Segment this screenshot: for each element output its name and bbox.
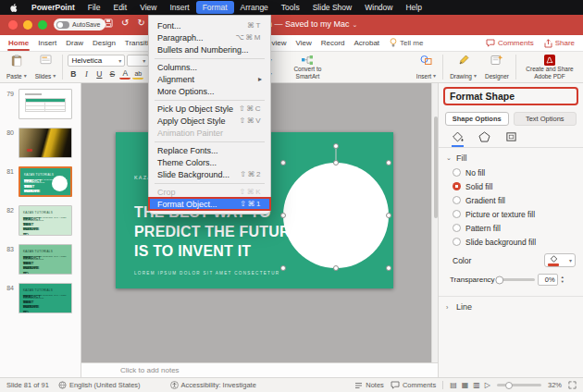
slideshow-view-button[interactable]: ▷	[485, 381, 490, 389]
zoom-percentage[interactable]: 32%	[548, 381, 562, 389]
slide-sorter-view-button[interactable]: ▦	[462, 381, 469, 389]
color-picker-button[interactable]: ▾	[544, 253, 576, 267]
tab-record[interactable]: Record	[316, 35, 350, 51]
effects-icon[interactable]	[478, 131, 490, 147]
menu-item-format-object[interactable]: Format Object...⇧⌘1	[149, 198, 270, 210]
fill-option-gradient-fill[interactable]: Gradient fill	[439, 193, 583, 207]
tell-me-search[interactable]: Tell me	[390, 38, 423, 48]
menubar-item-view[interactable]: View	[133, 1, 163, 14]
menu-item-bullets-numbering[interactable]: Bullets and Numbering...	[149, 43, 270, 55]
comments-button[interactable]: Comments	[486, 39, 534, 47]
menu-item-columns[interactable]: Columns...	[149, 61, 270, 73]
radio-icon[interactable]	[453, 196, 461, 204]
tab-text-options[interactable]: Text Options	[514, 112, 577, 126]
zoom-slider-knob[interactable]	[505, 382, 513, 389]
menubar-item-help[interactable]: Help	[399, 1, 428, 14]
fill-line-icon[interactable]	[452, 131, 464, 147]
normal-view-button[interactable]: ▤	[450, 381, 457, 389]
insert-button[interactable]: Insert▾	[415, 54, 438, 80]
fill-option-pattern-fill[interactable]: Pattern fill	[439, 221, 583, 235]
menubar-item-insert[interactable]: Insert	[163, 1, 195, 14]
slides-button[interactable]: Slides▾	[33, 54, 58, 80]
create-share-adobe-pdf-button[interactable]: Create and Share Adobe PDF	[521, 54, 578, 80]
accessibility-button[interactable]: Accessibility: Investigate	[170, 381, 256, 389]
menubar-item-slide-show[interactable]: Slide Show	[306, 1, 359, 14]
slide-thumbnail-79[interactable]	[19, 89, 72, 119]
italic-button[interactable]: I	[81, 68, 92, 80]
resize-handle-s[interactable]	[333, 265, 339, 271]
designer-button[interactable]: Designer	[483, 54, 511, 80]
menu-item-alignment[interactable]: Alignment▸	[149, 73, 270, 85]
resize-handle-e[interactable]	[386, 213, 391, 218]
menu-item-apply-object-style[interactable]: Apply Object Style⇧⌘V	[149, 115, 270, 127]
slider-knob[interactable]	[495, 276, 503, 284]
menubar-item-window[interactable]: Window	[358, 1, 399, 14]
highlight-button[interactable]: ab	[132, 68, 143, 80]
menubar-item-powerpoint[interactable]: PowerPoint	[25, 1, 81, 14]
transparency-slider[interactable]	[498, 278, 535, 281]
menubar-item-arrange[interactable]: Arrange	[234, 1, 275, 14]
share-button[interactable]: Share	[544, 39, 575, 48]
paste-button[interactable]: Paste▾	[5, 54, 29, 80]
zoom-slider[interactable]	[497, 384, 541, 386]
tab-acrobat[interactable]: Acrobat	[350, 35, 385, 51]
font-name-dropdown-icon[interactable]: ▾	[118, 58, 121, 64]
notes-toggle-button[interactable]: Notes	[354, 381, 384, 389]
line-section-header[interactable]: › Line	[439, 297, 583, 314]
menu-item-slide-background[interactable]: Slide Background...⇧⌘2	[149, 168, 270, 180]
transparency-stepper[interactable]: ▲▼	[561, 276, 564, 284]
slide-thumbnail-82[interactable]: KAZAN TUTORIALS THE BEST WAY TO PREDICT …	[19, 205, 72, 236]
fill-option-no-fill[interactable]: No fill	[439, 165, 583, 179]
notes-bar[interactable]: Click to add notes	[81, 362, 438, 377]
menubar-item-file[interactable]: File	[81, 1, 107, 14]
menu-item-pick-up-object-style[interactable]: Pick Up Object Style⇧⌘C	[149, 103, 270, 115]
resize-handle-sw[interactable]	[280, 265, 286, 271]
slide-thumbnail-83[interactable]: KAZAN TUTORIALS THE BEST WAY TO PREDICT …	[19, 244, 72, 275]
size-properties-icon[interactable]	[505, 131, 517, 147]
resize-handle-se[interactable]	[386, 265, 391, 271]
fill-option-solid-fill[interactable]: Solid fill	[439, 179, 583, 193]
menubar-item-tools[interactable]: Tools	[275, 1, 306, 14]
strikethrough-button[interactable]: S	[106, 68, 118, 80]
radio-icon[interactable]	[453, 224, 461, 232]
menu-item-replace-fonts[interactable]: Replace Fonts...	[149, 144, 270, 156]
slide-thumbnail-84[interactable]: KAZAN TUTORIALS THE BEST WAY TO PREDICT …	[19, 283, 72, 313]
slide-thumbnail-80[interactable]	[19, 128, 72, 158]
radio-icon[interactable]	[453, 210, 461, 218]
apple-menu[interactable]	[4, 3, 25, 13]
title-chevron-icon[interactable]: ⌄	[353, 21, 358, 28]
font-name-combo[interactable]: Helvetica▾	[68, 55, 125, 67]
tab-shape-options[interactable]: Shape Options	[445, 112, 509, 126]
resize-handle-w[interactable]	[280, 213, 286, 218]
fill-option-slide-background-fill[interactable]: Slide background fill	[439, 235, 583, 249]
fit-slide-icon[interactable]	[568, 381, 577, 389]
rotation-handle[interactable]	[333, 143, 339, 149]
resize-handle-ne[interactable]	[386, 160, 391, 165]
font-size-dropdown-icon[interactable]: ▾	[143, 58, 145, 64]
resize-handle-nw[interactable]	[280, 160, 286, 165]
selected-circle-shape[interactable]	[283, 163, 389, 268]
slides-dropdown-icon[interactable]: ▾	[53, 73, 56, 79]
font-color-button[interactable]: A	[119, 68, 130, 80]
menubar-item-format[interactable]: Format	[196, 1, 234, 14]
slide-thumbnail-81-selected[interactable]: KAZAN TUTORIALS THE BEST WAY TO PREDICT …	[19, 166, 72, 197]
insert-dropdown-icon[interactable]: ▾	[433, 73, 436, 79]
radio-icon[interactable]	[453, 168, 461, 177]
language-button[interactable]: English (United States)	[58, 381, 141, 389]
tab-view[interactable]: View	[292, 35, 316, 51]
drawing-button[interactable]: Drawing▾	[448, 54, 478, 80]
resize-handle-n[interactable]	[333, 160, 339, 165]
menu-item-theme-colors[interactable]: Theme Colors...	[149, 156, 270, 168]
tab-design[interactable]: Design	[88, 35, 120, 51]
underline-button[interactable]: U	[93, 68, 105, 80]
color-dropdown-icon[interactable]: ▾	[569, 258, 572, 263]
transparency-value[interactable]: 0%	[538, 274, 558, 286]
menubar-item-edit[interactable]: Edit	[106, 1, 133, 14]
scrollbar-thumb[interactable]	[434, 116, 438, 218]
radio-selected-icon[interactable]	[453, 182, 461, 190]
fill-section-header[interactable]: ⌄ Fill	[439, 148, 583, 165]
tab-insert[interactable]: Insert	[33, 35, 61, 51]
fill-option-picture-texture-fill[interactable]: Picture or texture fill	[439, 207, 583, 221]
menu-item-font[interactable]: Font...⌘T	[149, 19, 270, 31]
font-size-combo[interactable]: ▾	[127, 55, 149, 67]
